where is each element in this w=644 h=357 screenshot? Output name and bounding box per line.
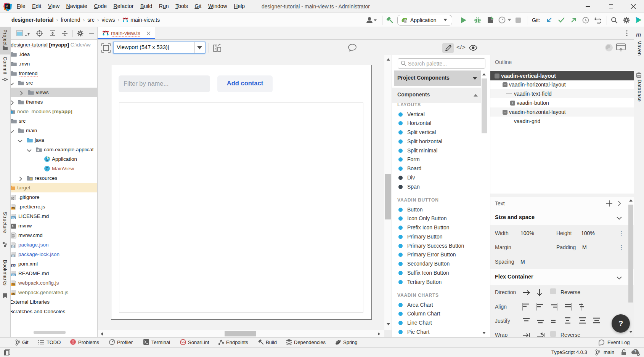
svg-text:IJ: IJ (6, 5, 8, 7)
svg-text:?: ? (634, 350, 636, 354)
